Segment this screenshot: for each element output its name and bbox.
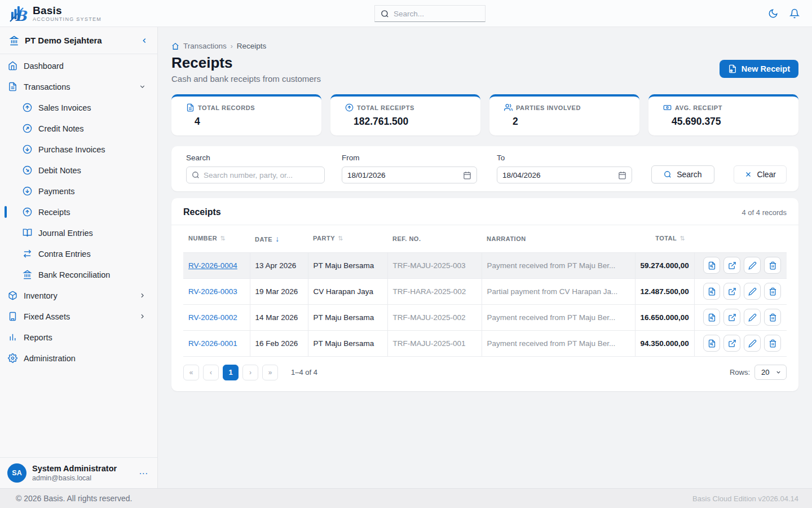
column-party[interactable]: PARTY⇅ <box>308 225 387 252</box>
filter-from-field[interactable] <box>342 167 477 183</box>
open-receipt-button[interactable] <box>723 335 740 352</box>
sidebar-item-debit-notes[interactable]: Debit Notes <box>0 160 157 181</box>
sidebar-item-journal-entries[interactable]: Journal Entries <box>0 222 157 243</box>
filter-to-input[interactable] <box>502 171 614 179</box>
arrow-up-circle-icon <box>345 103 354 112</box>
receipt-number-link[interactable]: RV-2026-0001 <box>183 330 250 356</box>
sidebar-item-label: Contra Entries <box>38 249 91 259</box>
sidebar-item-reports[interactable]: Reports <box>0 327 157 348</box>
company-selector[interactable]: PT Demo Sejahtera <box>0 27 157 54</box>
sidebar-item-fixed-assets[interactable]: Fixed Assets <box>0 306 157 327</box>
x-icon <box>744 170 752 178</box>
stat-avg-receipt: AVG. RECEIPT 45.690.375 <box>648 94 798 135</box>
arrow-up-circle-icon <box>23 103 32 112</box>
delete-receipt-button[interactable] <box>764 283 781 300</box>
page-1-button[interactable]: 1 <box>223 365 239 380</box>
table-row[interactable]: RV-2026-0002 14 Mar 2026 PT Maju Bersama… <box>183 304 787 330</box>
filter-search-input[interactable] <box>204 171 319 179</box>
prev-page-button[interactable]: ‹ <box>203 365 219 380</box>
pagination-range: 1–4 of 4 <box>291 368 317 376</box>
sidebar-collapse-icon[interactable] <box>140 37 148 45</box>
rows-per-page-label: Rows: <box>730 368 750 376</box>
filter-search-button[interactable]: Search <box>651 165 714 183</box>
notifications-bell-icon[interactable] <box>789 8 800 19</box>
stat-value: 182.761.500 <box>354 116 471 128</box>
stat-value: 2 <box>513 116 630 128</box>
open-receipt-button[interactable] <box>723 257 740 274</box>
delete-receipt-button[interactable] <box>764 309 781 326</box>
receipt-total: 59.274.000,00 <box>635 252 694 278</box>
view-receipt-button[interactable] <box>703 335 720 352</box>
new-receipt-button[interactable]: New Receipt <box>720 60 798 78</box>
sidebar-item-administration[interactable]: Administration <box>0 348 157 369</box>
filter-to-field[interactable] <box>497 167 632 183</box>
book-open-icon <box>23 228 32 238</box>
global-search[interactable] <box>374 5 486 22</box>
sidebar-item-credit-notes[interactable]: Credit Notes <box>0 118 157 139</box>
edit-receipt-button[interactable] <box>744 283 761 300</box>
filter-bar: Search From To <box>171 146 798 191</box>
filter-search-field[interactable] <box>186 167 325 183</box>
last-page-button[interactable]: » <box>262 365 278 380</box>
open-receipt-button[interactable] <box>723 283 740 300</box>
edit-receipt-button[interactable] <box>744 309 761 326</box>
rows-per-page-select[interactable]: 20 <box>754 365 787 380</box>
sidebar-item-purchase-invoices[interactable]: Purchase Invoices <box>0 139 157 160</box>
receipt-number-link[interactable]: RV-2026-0004 <box>183 252 250 278</box>
home-icon[interactable] <box>171 42 179 50</box>
sidebar-item-bank-reconciliation[interactable]: Bank Reconciliation <box>0 264 157 285</box>
column-date[interactable]: DATE↓ <box>250 225 308 252</box>
receipt-number-link[interactable]: RV-2026-0003 <box>183 278 250 304</box>
sidebar-item-payments[interactable]: Payments <box>0 181 157 202</box>
sidebar-item-inventory[interactable]: Inventory <box>0 285 157 306</box>
breadcrumb-parent[interactable]: Transactions <box>183 42 227 50</box>
footer: © 2026 Basis. All rights reserved. Basis… <box>0 488 812 508</box>
stat-label: PARTIES INVOLVED <box>516 104 581 111</box>
table-row[interactable]: RV-2026-0001 16 Feb 2026 PT Maju Bersama… <box>183 330 787 356</box>
edit-receipt-button[interactable] <box>744 257 761 274</box>
column-total[interactable]: TOTAL⇅ <box>635 225 694 252</box>
file-plus-icon <box>728 64 737 73</box>
table-row[interactable]: RV-2026-0003 19 Mar 2026 CV Harapan Jaya… <box>183 278 787 304</box>
delete-receipt-button[interactable] <box>764 257 781 274</box>
filter-clear-button[interactable]: Clear <box>734 165 787 183</box>
table-row[interactable]: RV-2026-0004 13 Apr 2026 PT Maju Bersama… <box>183 252 787 278</box>
receipt-total: 16.650.000,00 <box>635 304 694 330</box>
edit-receipt-button[interactable] <box>744 335 761 352</box>
view-receipt-button[interactable] <box>703 309 720 326</box>
filter-from-input[interactable] <box>347 171 459 179</box>
sort-icon: ⇅ <box>338 235 343 242</box>
receipt-number-link[interactable]: RV-2026-0002 <box>183 304 250 330</box>
column-number[interactable]: NUMBER⇅ <box>183 225 250 252</box>
open-receipt-button[interactable] <box>723 309 740 326</box>
sidebar-item-receipts[interactable]: Receipts <box>0 202 157 222</box>
calendar-icon[interactable] <box>618 171 626 179</box>
edition-version: Basis Cloud Edition v2026.04.14 <box>692 494 798 503</box>
sidebar-item-label: Debit Notes <box>38 166 81 175</box>
stat-parties-involved: PARTIES INVOLVED 2 <box>489 94 639 135</box>
sidebar-item-dashboard[interactable]: Dashboard <box>0 55 157 76</box>
receipt-ref: TRF-HARA-2025-002 <box>387 278 482 304</box>
sidebar-item-label: Dashboard <box>24 62 64 71</box>
next-page-button[interactable]: › <box>242 365 258 380</box>
receipt-ref: TRF-MAJU-2025-002 <box>387 304 482 330</box>
sidebar-item-transactions[interactable]: Transactions <box>0 76 157 97</box>
sidebar-item-label: Receipts <box>38 208 70 217</box>
calendar-icon[interactable] <box>463 171 471 179</box>
company-bank-icon <box>9 36 19 46</box>
global-search-input[interactable] <box>394 10 479 18</box>
sidebar-item-sales-invoices[interactable]: Sales Invoices <box>0 97 157 118</box>
first-page-button[interactable]: « <box>183 365 199 380</box>
column-actions <box>694 225 787 252</box>
view-receipt-button[interactable] <box>703 283 720 300</box>
sidebar-item-contra-entries[interactable]: Contra Entries <box>0 243 157 264</box>
breadcrumb-current: Receipts <box>237 42 267 50</box>
user-menu-ellipsis-icon[interactable]: ... <box>139 466 148 480</box>
user-profile[interactable]: SA System Administrator admin@basis.loca… <box>0 457 157 488</box>
theme-toggle-moon-icon[interactable] <box>768 8 778 19</box>
view-receipt-button[interactable] <box>703 257 720 274</box>
sidebar-item-label: Payments <box>38 187 74 196</box>
page-title: Receipts <box>171 55 321 71</box>
delete-receipt-button[interactable] <box>764 335 781 352</box>
sidebar-item-label: Credit Notes <box>38 124 84 133</box>
